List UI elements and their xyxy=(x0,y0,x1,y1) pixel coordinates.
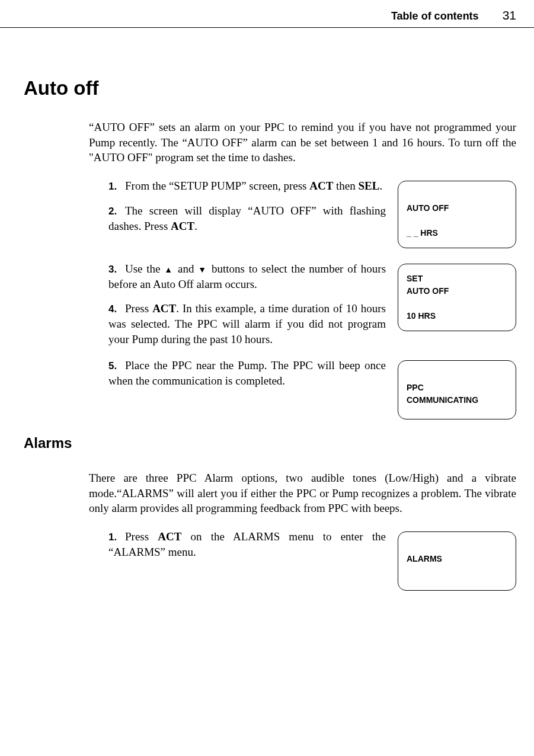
page-number: 31 xyxy=(503,7,516,24)
step-2: 2.The screen will display “AUTO OFF” wit… xyxy=(89,203,386,234)
alarms-step-text-1: 1.Press ACT on the ALARMS menu to enter … xyxy=(89,529,386,560)
step-row-3-4: 3.Use the ▲ and ▼ buttons to select the … xyxy=(89,261,516,347)
step-4-pre: Press xyxy=(125,302,152,315)
alarms-step-row-1: 1.Press ACT on the ALARMS menu to enter … xyxy=(89,529,516,591)
lcd-set-auto-off-10: SET AUTO OFF 10 HRS xyxy=(398,264,516,331)
section-auto-off-title: Auto off xyxy=(24,75,516,102)
step-5: 5.Place the PPC near the Pump. The PPC w… xyxy=(89,358,386,389)
lcd-ppc-communicating: PPC COMMUNICATING xyxy=(398,360,516,419)
step-row-1-2: 1.From the “SETUP PUMP” screen, press AC… xyxy=(89,178,516,248)
alarms-step-1-pre: Press xyxy=(125,530,158,543)
step-3-num: 3. xyxy=(108,263,125,277)
lcd-auto-off-blank: AUTO OFF _ _ HRS xyxy=(398,181,516,248)
step-2-num: 2. xyxy=(108,205,125,219)
step-4: 4.Press ACT. In this example, a time dur… xyxy=(89,301,386,347)
alarms-step-1-num: 1. xyxy=(108,531,125,544)
step-2-post: . xyxy=(194,220,197,232)
step-text-5: 5.Place the PPC near the Pump. The PPC w… xyxy=(89,358,386,389)
section-auto-off-body: “AUTO OFF” sets an alarm on your PPC to … xyxy=(89,120,516,419)
step-5-text: Place the PPC near the Pump. The PPC wil… xyxy=(108,359,386,387)
toc-label: Table of contents xyxy=(391,9,479,23)
page-content: Auto off “AUTO OFF” sets an alarm on you… xyxy=(0,75,534,637)
lcd-alarms: ALARMS xyxy=(398,531,516,591)
step-1-pre: From the “SETUP PUMP” screen, press xyxy=(125,180,309,192)
step-1-sel: SEL xyxy=(359,180,380,192)
alarms-intro: There are three PPC Alarm options, two a… xyxy=(89,470,516,516)
step-4-num: 4. xyxy=(108,303,125,316)
auto-off-intro: “AUTO OFF” sets an alarm on your PPC to … xyxy=(89,120,516,165)
step-1-act: ACT xyxy=(309,180,333,192)
step-1-mid: then xyxy=(333,180,358,192)
step-1-num: 1. xyxy=(108,180,125,194)
step-text-3-4: 3.Use the ▲ and ▼ buttons to select the … xyxy=(89,261,386,347)
alarms-step-1: 1.Press ACT on the ALARMS menu to enter … xyxy=(89,529,386,560)
step-text-1-2: 1.From the “SETUP PUMP” screen, press AC… xyxy=(89,178,386,234)
page-header: Table of contents 31 xyxy=(0,0,534,28)
alarms-step-1-act: ACT xyxy=(158,530,181,543)
step-3-pre: Use the xyxy=(125,262,164,275)
step-2-act: ACT xyxy=(171,220,194,232)
step-2-pre: The screen will display “AUTO OFF” with … xyxy=(108,204,386,232)
step-3-mid1: and xyxy=(174,262,198,275)
step-4-act: ACT xyxy=(152,302,176,315)
step-1: 1.From the “SETUP PUMP” screen, press AC… xyxy=(89,178,386,194)
step-3: 3.Use the ▲ and ▼ buttons to select the … xyxy=(89,261,386,292)
step-row-5: 5.Place the PPC near the Pump. The PPC w… xyxy=(89,358,516,419)
step-1-post: . xyxy=(379,180,382,192)
step-5-num: 5. xyxy=(108,360,125,373)
down-arrow-icon: ▼ xyxy=(198,265,207,274)
section-alarms-title: Alarms xyxy=(24,434,516,453)
up-arrow-icon: ▲ xyxy=(164,265,174,274)
section-alarms-body: There are three PPC Alarm options, two a… xyxy=(89,470,516,591)
